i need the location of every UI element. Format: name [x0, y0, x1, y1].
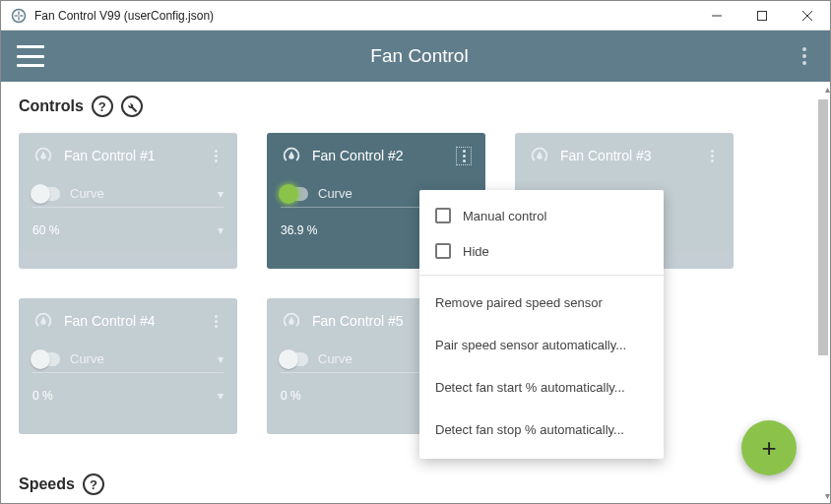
toggle[interactable] — [32, 352, 60, 366]
gauge-icon — [281, 310, 302, 332]
appbar: Fan Control — [1, 31, 830, 82]
help-icon[interactable]: ? — [83, 473, 104, 495]
plus-icon: + — [761, 433, 776, 464]
toggle[interactable] — [32, 187, 60, 201]
menu-label: Hide — [463, 244, 489, 259]
mode-label: Curve — [70, 351, 208, 366]
card-more-icon[interactable] — [208, 312, 224, 331]
card-title: Fan Control #2 — [312, 148, 446, 163]
menu-label: Detect fan start % automatically... — [435, 380, 625, 395]
titlebar: Fan Control V99 (userConfig.json) — [1, 1, 830, 31]
menu-label: Manual control — [463, 209, 546, 223]
fan-card-1[interactable]: Fan Control #1 Curve ▾ 60 % ▾ — [19, 133, 237, 269]
menu-manual-control[interactable]: Manual control — [419, 198, 664, 233]
context-menu: Manual control Hide Remove paired speed … — [419, 190, 664, 459]
checkbox-icon[interactable] — [435, 243, 451, 259]
maximize-button[interactable] — [739, 1, 785, 31]
gauge-icon — [32, 145, 54, 166]
chevron-down-icon[interactable]: ▾ — [218, 389, 224, 403]
mode-label: Curve — [70, 186, 208, 201]
content-area: ▴ ▾ Controls ? Fan Control #1 Curve ▾ — [1, 82, 830, 503]
chevron-down-icon[interactable]: ▾ — [218, 223, 224, 237]
gauge-icon — [32, 310, 54, 332]
chevron-down-icon[interactable]: ▾ — [218, 187, 224, 201]
menu-pair-auto[interactable]: Pair speed sensor automatically... — [419, 324, 664, 366]
menu-detect-stop[interactable]: Detect fan stop % automatically... — [419, 409, 664, 451]
card-title: Fan Control #4 — [64, 313, 198, 329]
menu-label: Pair speed sensor automatically... — [435, 338, 626, 352]
controls-heading: Controls — [19, 97, 84, 115]
card-more-icon[interactable] — [704, 147, 720, 165]
toggle[interactable] — [281, 352, 308, 366]
menu-label: Detect fan stop % automatically... — [435, 422, 624, 437]
help-icon[interactable]: ? — [92, 95, 113, 117]
scrollbar[interactable] — [818, 99, 828, 485]
card-title: Fan Control #3 — [560, 148, 694, 163]
percent-value: 0 % — [281, 389, 301, 403]
gauge-icon — [281, 145, 302, 166]
controls-section-header: Controls ? — [1, 82, 830, 127]
percent-value: 36.9 % — [281, 223, 317, 237]
menu-remove-sensor[interactable]: Remove paired speed sensor — [419, 282, 664, 324]
scroll-up-icon[interactable]: ▴ — [825, 84, 830, 94]
card-title: Fan Control #1 — [64, 148, 198, 163]
svg-rect-2 — [758, 11, 767, 20]
toggle[interactable] — [281, 187, 308, 201]
checkbox-icon[interactable] — [435, 208, 451, 223]
wrench-icon[interactable] — [121, 95, 143, 117]
hamburger-icon[interactable] — [17, 45, 44, 67]
percent-value: 60 % — [32, 223, 59, 237]
cards-grid: Fan Control #1 Curve ▾ 60 % ▾ Fan Contro… — [1, 127, 830, 460]
appbar-more-icon[interactable] — [795, 47, 814, 65]
percent-value: 0 % — [32, 389, 53, 403]
window-title: Fan Control V99 (userConfig.json) — [34, 9, 694, 23]
speeds-section-header: Speeds ? — [1, 460, 830, 503]
gauge-icon — [529, 145, 550, 166]
scrollbar-thumb[interactable] — [818, 99, 828, 355]
fan-card-4[interactable]: Fan Control #4 Curve ▾ 0 % ▾ — [19, 298, 237, 434]
card-more-icon[interactable] — [456, 147, 472, 165]
app-window: Fan Control V99 (userConfig.json) Fan Co… — [0, 0, 831, 504]
menu-detect-start[interactable]: Detect fan start % automatically... — [419, 366, 664, 409]
app-icon — [11, 8, 27, 24]
menu-label: Remove paired speed sensor — [435, 295, 603, 310]
speeds-heading: Speeds — [19, 475, 75, 493]
menu-hide[interactable]: Hide — [419, 233, 664, 269]
card-more-icon[interactable] — [208, 147, 224, 165]
appbar-title: Fan Control — [44, 45, 795, 67]
add-fab[interactable]: + — [741, 420, 797, 475]
chevron-down-icon[interactable]: ▾ — [218, 352, 224, 366]
scroll-down-icon[interactable]: ▾ — [825, 490, 830, 501]
minimize-button[interactable] — [694, 1, 739, 31]
menu-divider — [419, 275, 664, 276]
close-button[interactable] — [785, 1, 830, 31]
